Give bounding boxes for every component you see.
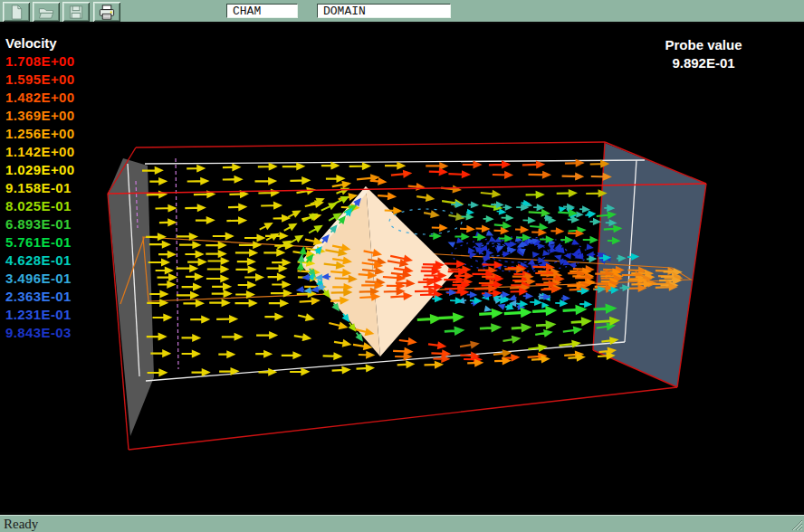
status-bar: Ready xyxy=(0,512,804,532)
legend-entry: 1.708E+00 xyxy=(5,52,75,71)
new-document-icon xyxy=(7,4,25,21)
open-folder-icon xyxy=(37,4,55,21)
velocity-legend: Velocity 1.708E+001.595E+001.482E+001.36… xyxy=(5,34,75,342)
legend-entry: 1.595E+00 xyxy=(5,71,75,89)
legend-entry: 3.496E-01 xyxy=(5,270,75,288)
probe-readout: Probe value 9.892E-01 xyxy=(645,36,762,72)
save-floppy-icon xyxy=(67,4,85,21)
inlet-wall xyxy=(108,158,154,436)
legend-entry: 2.363E-01 xyxy=(5,288,75,306)
legend-entry: 1.142E+00 xyxy=(5,143,75,161)
print-button[interactable] xyxy=(93,2,120,22)
domain-field[interactable] xyxy=(317,4,451,18)
legend-entry: 5.761E-01 xyxy=(5,233,75,252)
probe-value: 9.892E-01 xyxy=(645,54,762,72)
legend-entry: 6.893E-01 xyxy=(5,215,75,233)
probe-label: Probe value xyxy=(645,36,762,54)
cham-field[interactable] xyxy=(226,4,298,18)
legend-entry: 4.628E-01 xyxy=(5,252,75,270)
toolbar xyxy=(0,0,804,24)
resize-grip-icon[interactable] xyxy=(789,517,803,531)
save-button[interactable] xyxy=(62,2,90,22)
open-button[interactable] xyxy=(33,2,60,22)
legend-entry: 1.482E+00 xyxy=(5,89,75,107)
legend-entry: 1.029E+00 xyxy=(5,161,75,179)
viewport-3d-scene[interactable] xyxy=(0,24,804,512)
legend-entry: 1.256E+00 xyxy=(5,125,75,143)
status-text: Ready xyxy=(4,517,38,532)
viewport-3d[interactable]: Velocity 1.708E+001.595E+001.482E+001.36… xyxy=(0,24,804,512)
new-button[interactable] xyxy=(3,2,30,22)
legend-title: Velocity xyxy=(5,34,75,52)
legend-entry: 9.158E-01 xyxy=(5,179,75,197)
legend-entry: 8.025E-01 xyxy=(5,197,75,215)
legend-entry: 1.231E-01 xyxy=(5,306,75,324)
legend-entry: 1.369E+00 xyxy=(5,107,75,125)
print-icon xyxy=(98,4,116,21)
legend-entry: 9.843E-03 xyxy=(5,324,75,342)
